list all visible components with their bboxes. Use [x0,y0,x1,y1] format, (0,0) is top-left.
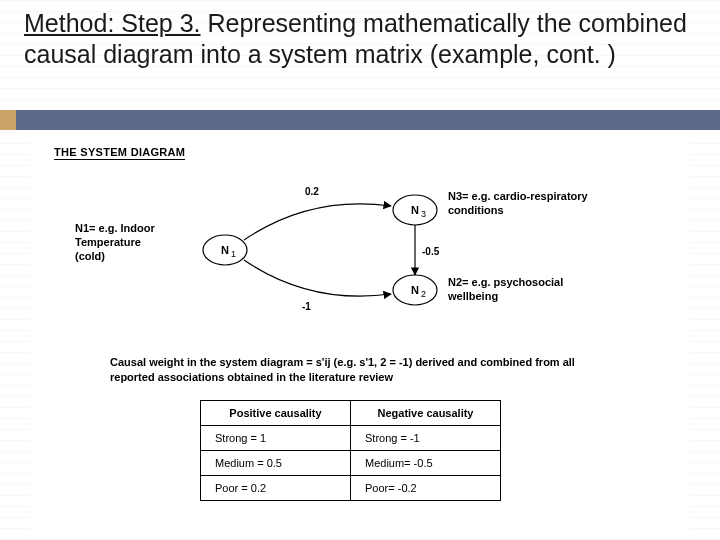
node-n2: N 2 N2= e.g. psychosocial wellbeing [393,275,563,305]
svg-text:(cold): (cold) [75,250,105,262]
svg-text:N2= e.g. psychosocial: N2= e.g. psychosocial [448,276,563,288]
node-n1: N 1 N1= e.g. Indoor Temperature (cold) [75,222,247,265]
svg-text:2: 2 [421,289,426,299]
cell-pos: Strong = 1 [201,426,351,451]
cell-pos: Poor = 0.2 [201,476,351,501]
edge-n1-n2 [244,260,391,296]
svg-text:N: N [411,284,419,296]
cell-pos: Medium = 0.5 [201,451,351,476]
table-row: Strong = 1 Strong = -1 [201,426,501,451]
cell-neg: Medium= -0.5 [351,451,501,476]
accent-bar [0,110,720,130]
content-area: THE SYSTEM DIAGRAM N 1 N1= e.g. Indoor T… [30,140,690,530]
svg-text:Temperature: Temperature [75,236,141,248]
table-row: Medium = 0.5 Medium= -0.5 [201,451,501,476]
accent-tab [0,110,16,130]
edge-n1-n3 [244,204,391,240]
slide-title: Method: Step 3. Representing mathematica… [24,8,696,71]
svg-text:N1= e.g. Indoor: N1= e.g. Indoor [75,222,155,234]
svg-text:N: N [411,204,419,216]
edge-n1-n2-weight: -1 [302,301,311,312]
svg-text:conditions: conditions [448,204,504,216]
svg-text:N: N [221,244,229,256]
node-n3: N 3 N3= e.g. cardio-respiratory conditio… [393,190,589,225]
col-positive: Positive causality [201,401,351,426]
svg-text:wellbeing: wellbeing [447,290,498,302]
table-row: Poor = 0.2 Poor= -0.2 [201,476,501,501]
system-diagram: N 1 N1= e.g. Indoor Temperature (cold) N… [70,160,650,340]
svg-text:1: 1 [231,249,236,259]
svg-text:N3= e.g. cardio-respiratory: N3= e.g. cardio-respiratory [448,190,589,202]
edge-n1-n3-weight: 0.2 [305,186,319,197]
title-underlined: Method: Step 3. [24,9,201,37]
cell-neg: Strong = -1 [351,426,501,451]
edge-n3-n2-weight: -0.5 [422,246,440,257]
table-header-row: Positive causality Negative causality [201,401,501,426]
slide: Method: Step 3. Representing mathematica… [0,0,720,540]
causality-table: Positive causality Negative causality St… [200,400,501,501]
cell-neg: Poor= -0.2 [351,476,501,501]
diagram-caption: Causal weight in the system diagram = s'… [110,355,610,385]
svg-text:3: 3 [421,209,426,219]
col-negative: Negative causality [351,401,501,426]
diagram-heading: THE SYSTEM DIAGRAM [54,146,185,160]
